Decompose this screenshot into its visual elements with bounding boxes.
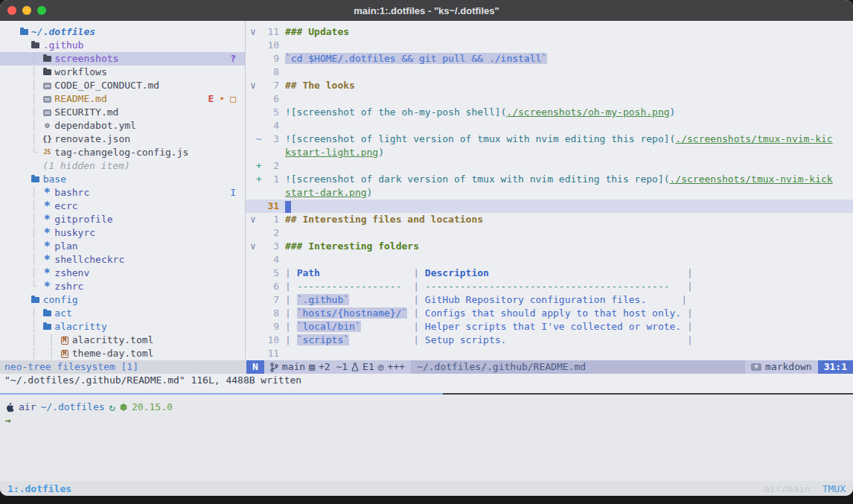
buffer-icon: ▤ [309,360,315,374]
editor-line[interactable]: 5 ![screenshot of the oh-my-posh shell](… [246,106,853,119]
editor-line[interactable]: ~ 3 ![screenshot of light version of tmu… [246,133,853,146]
tmux-window-name[interactable]: 1:.dotfiles [7,483,71,494]
line-number: 3 [262,240,285,252]
tmux-pane-border[interactable] [0,392,853,395]
neo-tree-sidebar[interactable]: ~/.dotfiles .github │ screenshots? │ wor… [0,21,246,360]
code-span: | [681,294,687,305]
tree-item[interactable]: │ *plan [0,240,245,253]
editor-buffer[interactable]: ∨ 11 ### Updates 10 9 `cd $HOME/.dotfile… [246,21,853,360]
tree-item-label: (1 hidden item) [42,160,130,171]
tree-item[interactable]: └ JStag-changelog-config.js [0,146,245,159]
editor-line[interactable]: 7 | `.github` | GitHub Repository config… [246,293,853,307]
line-number: 8 [262,66,285,77]
editor-line[interactable]: 9 | `local/bin` | Helper scripts that I'… [246,320,853,334]
tree-item[interactable]: │ │ Malacritty.toml [0,334,245,347]
folder-icon [43,56,51,62]
tree-guide: │ [19,80,42,91]
editor-line[interactable]: ∨ 11 ### Updates [246,25,853,39]
editor-line[interactable]: 4 [246,119,853,133]
gutter: 11 [250,348,285,359]
tree-item[interactable]: │ *huskyrc [0,226,245,240]
editor-line[interactable]: + 2 [246,159,853,173]
tree-guide: │ [19,200,42,211]
prompt-arrow[interactable]: → [5,414,853,427]
tree-item[interactable]: │ *gitprofile [0,213,245,226]
tree-item[interactable]: │ workflows [0,66,245,79]
git-sign [256,214,262,225]
file-path: ~/.dotfiles/.github/README.md [411,360,745,374]
toml-icon: M [61,336,68,345]
editor-line[interactable]: 2 [246,226,853,240]
gutter: ∨ 7 [250,80,285,91]
line-number [262,187,285,198]
fold-marker-icon [250,147,256,158]
editor-line[interactable]: + 1 ![screenshot of dark version of tmux… [246,173,853,186]
zoom-button[interactable] [37,6,46,15]
tree-item[interactable]: │ *shellcheckrc [0,253,245,267]
cursor-position: 31:1 [818,360,853,374]
tree-item[interactable]: (1 hidden item) [0,159,245,173]
editor-line[interactable]: 5 | Path | Description | [246,267,853,280]
editor-line[interactable]: 11 [246,347,853,360]
tree-item[interactable]: ~/.dotfiles [0,25,245,39]
gutter: ∨ 3 [250,240,285,252]
minimize-button[interactable] [22,6,31,15]
line-number: 2 [262,160,285,171]
close-button[interactable] [7,6,16,15]
tree-item[interactable]: │ CODE_OF_CONDUCT.md [0,79,245,92]
editor-line[interactable]: kstart-light.png) [246,146,853,159]
editor-line[interactable]: 31 [246,200,853,213]
tree-item[interactable]: │ │ Mtheme-day.toml [0,347,245,360]
tree-item[interactable]: base [0,173,245,186]
fold-marker-icon [250,321,256,332]
tree-item-label: tag-changelog-config.js [54,147,188,158]
tree-item-label: .github [43,39,84,51]
tree-item[interactable]: │ screenshots? [0,52,245,66]
tree-item-label: SECURITY.md [54,106,118,118]
git-sign [256,80,262,91]
tree-item[interactable]: │ act [0,307,245,320]
editor-line[interactable]: 8 [246,66,853,79]
terminal-window: main:1:.dotfiles - "ks~/.dotfiles" ~/.do… [0,0,853,496]
tree-item[interactable]: │ ⚙dependabot.yml [0,119,245,133]
gutter: 10 [250,334,285,345]
tree-item[interactable]: │ SECURITY.md [0,106,245,119]
editor-line[interactable]: 10 [246,39,853,52]
apple-icon [5,403,14,412]
tree-item-marks: I [230,186,236,200]
editor-line[interactable]: ∨ 3 ### Interesting folders [246,240,853,253]
tree-item[interactable]: │ README.mdE•□ [0,92,245,106]
tree-item[interactable]: └ *zshrc [0,280,245,293]
fold-marker-icon [250,120,256,131]
line-number: 5 [262,106,285,118]
code-span: ) [367,187,373,198]
tree-item[interactable]: config [0,293,245,307]
toml-icon: M [61,350,68,358]
shell-pane[interactable]: air ~/.dotfiles ↻ 20.15.0 → [0,395,853,481]
traffic-lights[interactable] [7,6,46,15]
editor-line[interactable]: 6 [246,92,853,106]
editor-line[interactable]: 8 | `hosts/{hostname}/` | Configs that s… [246,307,853,320]
tree-item[interactable]: .github [0,39,245,52]
editor-line[interactable]: ∨ 1 ## Interesting files and locations [246,213,853,226]
fold-marker-icon [250,93,256,104]
editor-line[interactable]: 6 | ------------------ | ---------------… [246,280,853,293]
editor-line[interactable]: start-dark.png) [246,186,853,200]
editor-line[interactable]: 10 | `scripts` | Setup scripts. | [246,334,853,347]
tree-item-label: workflows [54,66,106,77]
tree-guide: │ [19,120,42,131]
tree-item[interactable]: │ *bashrcI [0,186,245,200]
tree-item[interactable]: │ *ecrc [0,200,245,213]
editor-line[interactable]: 4 [246,253,853,267]
tree-item[interactable]: │ alacritty [0,320,245,334]
tree-item[interactable]: │ *zshenv [0,267,245,280]
tree-item[interactable]: │ {}renovate.json [0,133,245,146]
editor-line[interactable]: ∨ 7 ## The looks [246,79,853,92]
line-number: 4 [262,120,285,131]
fold-marker-icon [250,227,256,238]
code-span [361,321,413,332]
git-branch-icon [270,363,278,372]
markdown-file-icon [43,109,51,116]
editor-line[interactable]: 9 `cd $HOME/.dotfiles && git pull && ./i… [246,52,853,66]
git-sign [256,294,262,305]
